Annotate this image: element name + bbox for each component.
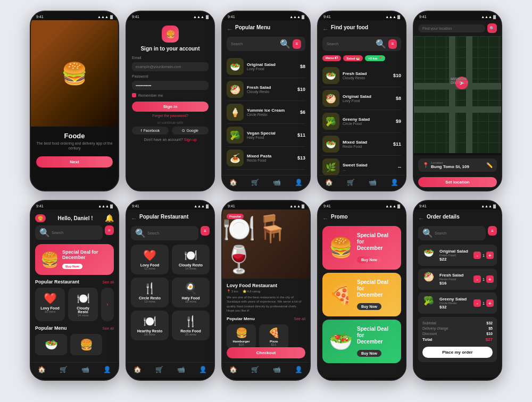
profile-nav-8[interactable]: 👤: [295, 366, 303, 373]
cart-nav[interactable]: 🛒: [251, 179, 259, 186]
menu-card-pizza[interactable]: 🍕 Pizza $11: [259, 324, 288, 349]
qty-minus-2[interactable]: -: [473, 275, 481, 283]
tag-distance[interactable]: >3 km 📍: [365, 55, 385, 61]
video-nav[interactable]: 📹: [273, 179, 281, 186]
menu-search-input[interactable]: [231, 42, 278, 46]
buy-now-button[interactable]: Buy Now: [62, 264, 82, 269]
menu-item[interactable]: 🥗 Original Salad Lovy Food $8: [227, 55, 305, 78]
place-order-button[interactable]: Place my order: [422, 347, 493, 358]
menu-item[interactable]: 🥦 Vegan Special Haty Food $11: [227, 124, 305, 147]
buy-button-1[interactable]: Buy Now: [357, 256, 381, 263]
buy-button-2[interactable]: Buy Now: [357, 303, 381, 310]
restaurant-item[interactable]: ❤️ Lovy Food 12 mins: [131, 245, 169, 274]
filter-icon[interactable]: ≡: [293, 39, 301, 49]
remember-checkbox[interactable]: [132, 93, 136, 97]
google-button[interactable]: G Google: [172, 127, 209, 135]
find-search-input[interactable]: [327, 42, 373, 46]
video-nav-8[interactable]: 📹: [273, 366, 281, 373]
food-item[interactable]: 🥙 Original Salad Lovy Food $8: [322, 87, 401, 110]
restaurant-item[interactable]: 🍽️ Cloudy Resto 14 mins: [172, 245, 210, 274]
facebook-button[interactable]: f Facebook: [132, 127, 169, 135]
back-arrow-icon[interactable]: ←: [227, 26, 233, 33]
email-input[interactable]: [132, 62, 209, 71]
qty-plus-1[interactable]: +: [486, 252, 494, 259]
qty-plus-2[interactable]: +: [486, 275, 494, 283]
cart-nav-4[interactable]: 🛒: [347, 179, 355, 186]
home-nav-7[interactable]: 🏠: [134, 366, 142, 373]
home-nav-4[interactable]: 🏠: [325, 179, 333, 186]
order-search-input[interactable]: [435, 231, 481, 235]
restaurant-item[interactable]: 🍳 Haty Food 16 mins: [172, 278, 210, 307]
menu-item[interactable]: 🍦 Yummie Ice Cream Circle Resto $6: [227, 101, 305, 124]
edit-icon[interactable]: ✏️: [486, 162, 493, 168]
cart-nav-8[interactable]: 🛒: [251, 366, 259, 373]
restaurant-card[interactable]: 🍽️ Cloudy Resto 14 mins: [68, 288, 98, 321]
back-icon-9[interactable]: ←: [322, 215, 329, 222]
signin-button[interactable]: Sign in: [132, 102, 209, 112]
set-location-button[interactable]: Set location: [418, 177, 497, 187]
phone-find-food: 9:41 ▲▲▲ ▓ ← Find your food 🔍 ≡ Menu 🏷 S…: [317, 11, 406, 191]
tag-menu[interactable]: Menu 🏷: [322, 55, 341, 61]
order-filter-icon[interactable]: ≡: [488, 226, 497, 236]
more-restaurants[interactable]: ›: [101, 288, 114, 321]
restaurant-item[interactable]: 🍽️ Hearthy Resto 18 mins: [131, 311, 169, 340]
popular-menu-content: ← Popular Menu 🔍 ≡ 🥗 Original Salad Lovy…: [222, 20, 310, 190]
menu-item[interactable]: 🍝 Mixed Pasta Recto Food $13: [227, 147, 305, 170]
buy-button-3[interactable]: Buy Now: [357, 350, 381, 357]
filter-icon-2[interactable]: ≡: [388, 39, 397, 49]
see-all-detail[interactable]: See all: [294, 317, 305, 321]
promo-card-pink[interactable]: 🍔 Special Deal forDecember Buy Now: [322, 226, 401, 270]
promo-card-yellow[interactable]: 🍕 Special Deal forDecember Buy Now: [322, 273, 401, 316]
tag-salad[interactable]: Salad 🥗: [343, 55, 363, 61]
see-all-menu[interactable]: See all: [103, 326, 114, 330]
google-icon: G: [182, 129, 185, 132]
video-nav-7[interactable]: 📹: [177, 366, 185, 373]
qty-plus-3[interactable]: +: [486, 299, 494, 307]
menu-preview-item[interactable]: 🍔: [70, 334, 102, 355]
menu-card-hamburger[interactable]: 🍔 Hamburger $18: [227, 324, 256, 349]
profile-nav[interactable]: 👤: [295, 179, 303, 186]
menu-item[interactable]: 🥙 Fresh Salad Cloudy Resto $10: [227, 78, 305, 101]
qty-minus-1[interactable]: -: [473, 252, 481, 259]
home-search-input[interactable]: [52, 231, 98, 234]
menu-preview-item[interactable]: 🥗: [35, 334, 67, 355]
qty-minus-3[interactable]: -: [473, 299, 481, 307]
see-all-restaurant[interactable]: See all: [103, 280, 114, 284]
password-input[interactable]: [132, 81, 209, 90]
bottom-nav-4: 🏠 🛒 📹 👤: [318, 175, 405, 190]
resto-search-input[interactable]: [147, 231, 194, 235]
promo-banner[interactable]: 🍔 Special Deal for December Buy Now: [35, 244, 114, 275]
back-icon[interactable]: ←: [322, 26, 329, 33]
forgot-password-link[interactable]: Forgot the password?: [132, 114, 209, 118]
restaurant-icon: 🍽️: [72, 292, 94, 305]
signup-link[interactable]: Sign up: [184, 138, 197, 141]
promo-card-green[interactable]: 🥗 Special Deal forDecember Buy Now: [322, 320, 401, 363]
next-button[interactable]: Next: [36, 156, 113, 168]
menu-search-bar: 🔍 ≡: [227, 37, 305, 51]
checkout-button[interactable]: Checkout: [227, 347, 305, 358]
home-nav-8[interactable]: 🏠: [229, 366, 237, 373]
restaurant-item[interactable]: 🍴 Recto Food 25 mins: [172, 311, 210, 340]
total-value: $27: [486, 337, 493, 342]
notification-icon[interactable]: 🔔: [105, 214, 114, 222]
resto-filter-icon[interactable]: ≡: [201, 226, 210, 236]
cart-nav-6[interactable]: 🛒: [60, 366, 68, 373]
location-search-input[interactable]: [418, 24, 485, 32]
food-item[interactable]: 🥗 Mixed Salad Resto Food $11: [322, 133, 401, 156]
cart-nav-7[interactable]: 🛒: [155, 366, 163, 373]
map-search-icon[interactable]: 🔍: [487, 23, 497, 33]
food-item[interactable]: 🥦 Greeny Salad Circle Food $9: [322, 110, 401, 133]
video-nav-4[interactable]: 📹: [369, 179, 377, 186]
home-nav[interactable]: 🏠: [229, 179, 237, 186]
back-icon-7[interactable]: ←: [131, 215, 137, 222]
profile-nav-4[interactable]: 👤: [390, 179, 398, 186]
food-item[interactable]: 🥗 Fresh Salad Cloudy Resto $10: [322, 64, 401, 87]
profile-nav-6[interactable]: 👤: [103, 366, 111, 373]
profile-nav-7[interactable]: 👤: [199, 366, 207, 373]
back-icon-10[interactable]: ←: [418, 215, 425, 222]
restaurant-card[interactable]: ❤️ Lovy Food 10 mins: [35, 288, 65, 321]
video-nav-6[interactable]: 📹: [81, 366, 89, 373]
restaurant-item[interactable]: 🍴 Circle Resto 13 mins: [131, 278, 169, 307]
home-filter-icon[interactable]: ≡: [105, 225, 114, 235]
home-nav-6[interactable]: 🏠: [38, 366, 46, 373]
